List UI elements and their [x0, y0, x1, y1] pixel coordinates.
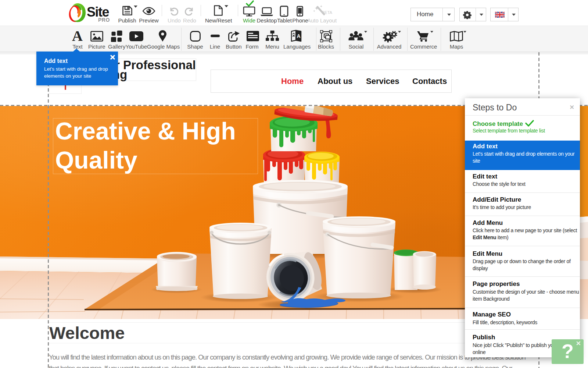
- svg-text:A: A: [297, 33, 301, 39]
